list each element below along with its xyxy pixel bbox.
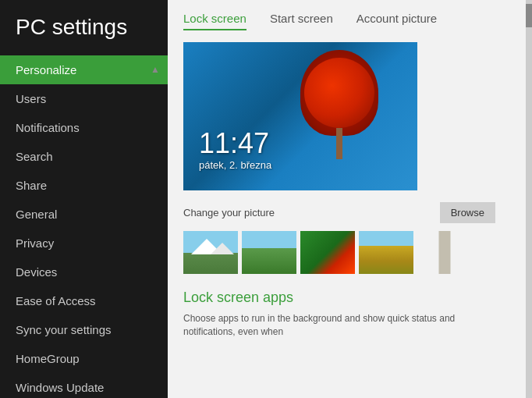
thumbnail-hills[interactable] [242, 231, 296, 274]
main-scrollbar[interactable] [526, 0, 532, 398]
main-content: Lock screen Start screen Account picture… [168, 0, 532, 398]
sidebar-nav: Personalize ▲ Users Notifications Search… [0, 55, 168, 398]
sidebar-item-notifications[interactable]: Notifications [0, 113, 168, 142]
change-picture-row: Change your picture Browse [183, 202, 495, 223]
change-picture-label: Change your picture [183, 207, 275, 219]
sidebar-item-general[interactable]: General [0, 200, 168, 229]
sidebar-item-ease-of-access[interactable]: Ease of Access [0, 286, 168, 315]
thumbnail-flowers[interactable] [300, 231, 355, 274]
main-scrollbar-thumb[interactable] [526, 4, 532, 27]
app-title: PC settings [0, 16, 168, 55]
clock-overlay: 11:47 pátek, 2. března [199, 130, 271, 171]
sidebar-item-personalize[interactable]: Personalize ▲ [0, 55, 168, 84]
sidebar-item-users[interactable]: Users [0, 84, 168, 113]
clock-time: 11:47 [199, 130, 271, 158]
browse-button[interactable]: Browse [440, 202, 495, 223]
sidebar-item-search[interactable]: Search [0, 142, 168, 171]
thumbnail-field[interactable] [359, 231, 413, 274]
sidebar-item-windows-update[interactable]: Windows Update [0, 373, 168, 398]
tabs-bar: Lock screen Start screen Account picture [168, 0, 532, 30]
tab-account-picture[interactable]: Account picture [356, 12, 437, 30]
sidebar-item-homegroup[interactable]: HomeGroup [0, 344, 168, 373]
tree-trunk [336, 128, 342, 159]
tree-foliage [300, 50, 378, 136]
tab-lock-screen[interactable]: Lock screen [183, 12, 246, 30]
content-area: 11:47 pátek, 2. března Change your pictu… [168, 30, 532, 398]
clock-date: pátek, 2. března [199, 159, 271, 171]
thumbnail-mountains[interactable] [183, 231, 238, 274]
sidebar-item-privacy[interactable]: Privacy [0, 229, 168, 258]
sidebar-item-devices[interactable]: Devices [0, 258, 168, 286]
tab-start-screen[interactable]: Start screen [270, 12, 333, 30]
scroll-up-arrow: ▲ [151, 64, 160, 75]
thumbnail-row [183, 231, 516, 274]
lock-screen-apps-desc: Choose apps to run in the background and… [183, 312, 495, 339]
sidebar: PC settings Personalize ▲ Users Notifica… [0, 0, 168, 398]
lock-screen-apps-title: Lock screen apps [183, 290, 516, 306]
tree-decoration [293, 50, 386, 159]
thumbnail-road[interactable] [417, 231, 472, 274]
lock-screen-preview: 11:47 pátek, 2. března [183, 42, 417, 190]
sidebar-item-sync-settings[interactable]: Sync your settings [0, 315, 168, 344]
sidebar-item-share[interactable]: Share [0, 171, 168, 200]
